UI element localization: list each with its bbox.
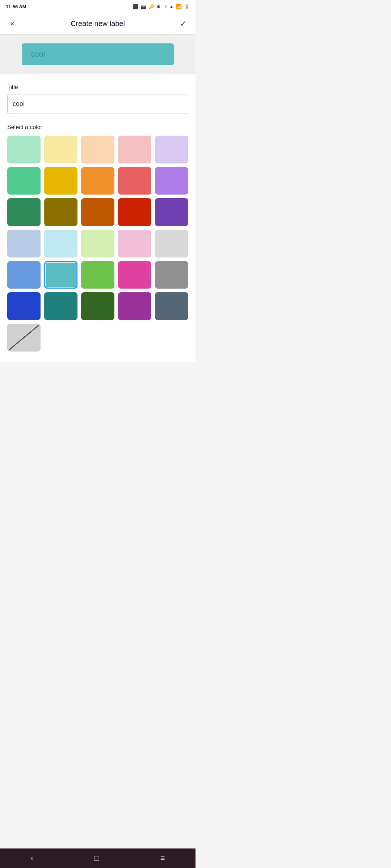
color-swatch-red-medium[interactable] — [118, 167, 151, 195]
color-swatch-green-dark[interactable] — [7, 198, 41, 226]
color-swatch-gray-medium[interactable] — [155, 261, 188, 289]
color-swatch-lime-medium[interactable] — [81, 261, 114, 289]
color-swatch-blue-pastel[interactable] — [7, 230, 41, 258]
color-swatch-pink-light[interactable] — [118, 136, 151, 163]
color-swatch-yellow-dark[interactable] — [44, 198, 77, 226]
key-icon: 🔑 — [148, 4, 154, 9]
status-time: 11:56 AM — [6, 4, 26, 9]
battery-icon: 🔋 — [184, 4, 190, 9]
color-swatch-pink-pastel[interactable] — [118, 230, 151, 258]
color-swatch-blue-dark[interactable] — [7, 292, 41, 320]
color-swatch-peach-light[interactable] — [81, 136, 114, 163]
status-bar: 11:56 AM ⬛ 📷 🔑 ✱ ☽ ▲ 📶 🔋 — [0, 0, 196, 13]
color-swatch-yellow-medium[interactable] — [44, 167, 77, 195]
color-swatch-orange-medium[interactable] — [81, 167, 114, 195]
color-swatch-lavender-light[interactable] — [155, 136, 188, 163]
color-swatch-magenta-medium[interactable] — [118, 261, 151, 289]
color-swatch-yellow-light[interactable] — [44, 136, 77, 163]
color-swatch-red-dark[interactable] — [118, 198, 151, 226]
main-content: Title Select a color — [0, 74, 196, 362]
color-swatch-green-forest[interactable] — [81, 292, 114, 320]
page-title: Create new label — [71, 20, 125, 28]
color-section-label: Select a color — [7, 124, 188, 131]
color-swatch-purple-dark[interactable] — [155, 198, 188, 226]
color-swatch-teal-dark[interactable] — [44, 292, 77, 320]
close-button[interactable]: × — [6, 17, 19, 30]
color-swatch-lime-pastel[interactable] — [81, 230, 114, 258]
confirm-button[interactable]: ✓ — [177, 17, 190, 30]
color-swatch-purple-medium[interactable] — [155, 167, 188, 195]
label-preview-chip: cool — [22, 43, 174, 65]
title-input[interactable] — [7, 94, 188, 114]
color-swatch-gray-dark[interactable] — [155, 292, 188, 320]
moon-icon: ☽ — [163, 4, 167, 9]
wifi-icon: 📶 — [176, 4, 182, 9]
color-swatch-mint-light[interactable] — [7, 136, 41, 163]
label-preview-section: cool — [0, 35, 196, 74]
color-swatch-orange-dark[interactable] — [81, 198, 114, 226]
bluetooth-icon: ✱ — [156, 4, 160, 9]
title-label: Title — [7, 84, 188, 90]
color-swatch-blue-medium[interactable] — [7, 261, 41, 289]
camera-icon: 📷 — [140, 4, 146, 9]
color-swatch-purple-magenta[interactable] — [118, 292, 151, 320]
color-swatch-green-medium[interactable] — [7, 167, 41, 195]
label-preview-text: cool — [30, 50, 45, 59]
color-grid — [7, 136, 188, 352]
color-swatch-cyan-pastel[interactable] — [44, 230, 77, 258]
status-icons: ⬛ 📷 🔑 ✱ ☽ ▲ 📶 🔋 — [133, 4, 190, 9]
screen-record-icon: ⬛ — [133, 4, 138, 9]
signal-icon: ▲ — [169, 4, 174, 9]
color-swatch-gray-pastel[interactable] — [155, 230, 188, 258]
app-bar: × Create new label ✓ — [0, 13, 196, 35]
color-swatch-none[interactable] — [7, 324, 41, 352]
color-swatch-teal-medium[interactable] — [44, 261, 77, 289]
